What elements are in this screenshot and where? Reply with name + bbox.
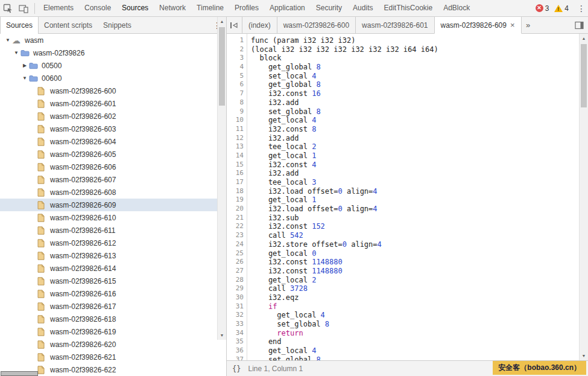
tree-item-wasm-02f39826-616[interactable]: wasm-02f39826-616: [0, 287, 226, 300]
code-line[interactable]: i32.load offset=0 align=4: [251, 205, 579, 214]
code-line[interactable]: get_local 1: [251, 196, 579, 205]
line-number[interactable]: 34: [227, 329, 244, 338]
tree-item-wasm-02f39826[interactable]: ▼wasm-02f39826: [0, 46, 226, 59]
code-line[interactable]: set_global 8: [251, 355, 579, 360]
tree-item-wasm-02f39826-604[interactable]: wasm-02f39826-604: [0, 135, 226, 148]
code-line[interactable]: get_local 4: [251, 346, 579, 355]
editor-tab-wasm-02f39826-609[interactable]: wasm-02f39826-609×: [434, 17, 522, 34]
code-line[interactable]: i32.load offset=0 align=4: [251, 187, 579, 196]
line-number[interactable]: 31: [227, 302, 244, 311]
tree-item-wasm-02f39826-601[interactable]: wasm-02f39826-601: [0, 97, 226, 110]
main-tab-application[interactable]: Application: [264, 0, 311, 16]
code-line[interactable]: set_local 4: [251, 72, 579, 81]
line-number[interactable]: 22: [227, 222, 244, 231]
code-line[interactable]: i32.const 1148880: [251, 267, 579, 276]
inspect-element-button[interactable]: [0, 0, 16, 16]
line-number[interactable]: 12: [227, 134, 244, 143]
line-number[interactable]: 5: [227, 72, 244, 81]
code-line[interactable]: return: [251, 329, 579, 338]
expand-arrow-icon[interactable]: ▶: [21, 63, 29, 68]
code-line[interactable]: get_local 0: [251, 249, 579, 258]
line-number[interactable]: 8: [227, 98, 244, 107]
code-line[interactable]: (local i32 i32 i32 i32 i32 i32 i32 i64 i…: [251, 45, 579, 54]
tree-item-wasm-02f39826-605[interactable]: wasm-02f39826-605: [0, 148, 226, 161]
line-number[interactable]: 35: [227, 337, 244, 346]
code-line[interactable]: i32.add: [251, 134, 579, 143]
tree-item-wasm-02f39826-603[interactable]: wasm-02f39826-603: [0, 123, 226, 135]
device-toolbar-button[interactable]: [16, 0, 31, 16]
tree-item-wasm-02f39826-613[interactable]: wasm-02f39826-613: [0, 249, 226, 262]
collapse-arrow-icon[interactable]: ▼: [4, 37, 12, 43]
editor-tab-wasm-02f39826-601[interactable]: wasm-02f39826-601: [356, 17, 434, 33]
navigator-tab-sources[interactable]: Sources: [0, 17, 39, 34]
line-number[interactable]: 9: [227, 107, 244, 116]
code-line[interactable]: set_global 8: [251, 320, 579, 329]
tree-item-wasm-02f39826-614[interactable]: wasm-02f39826-614: [0, 262, 226, 275]
code-line[interactable]: i32.sub: [251, 214, 579, 223]
close-icon[interactable]: ×: [510, 22, 515, 29]
line-number[interactable]: 10: [227, 116, 244, 125]
line-number[interactable]: 2: [227, 45, 244, 54]
collapse-arrow-icon[interactable]: ▼: [12, 50, 21, 56]
scrollbar-track[interactable]: [580, 43, 588, 351]
editor-tab-index[interactable]: (index): [242, 17, 277, 33]
code-line[interactable]: get_local 4: [251, 311, 579, 320]
main-tab-adblock[interactable]: AdBlock: [438, 0, 475, 16]
code-line[interactable]: get_local 2: [251, 276, 579, 285]
line-number[interactable]: 17: [227, 178, 244, 187]
tree-item-wasm-02f39826-606[interactable]: wasm-02f39826-606: [0, 161, 226, 173]
tree-item-wasm-02f39826-617[interactable]: wasm-02f39826-617: [0, 300, 226, 313]
main-tab-sources[interactable]: Sources: [116, 0, 154, 16]
code-line[interactable]: tee_local 3: [251, 178, 579, 187]
line-number[interactable]: 13: [227, 142, 244, 151]
code-line[interactable]: call 542: [251, 231, 579, 240]
code-line[interactable]: i32.const 4: [251, 161, 579, 170]
code-line[interactable]: i32.const 1148880: [251, 258, 579, 267]
line-number[interactable]: 32: [227, 311, 244, 320]
tree-item-wasm-02f39826-602[interactable]: wasm-02f39826-602: [0, 110, 226, 123]
sidebar-vertical-scrollbar[interactable]: ▲ ▼: [217, 17, 226, 340]
code-line[interactable]: i32.add: [251, 98, 579, 107]
line-number[interactable]: 7: [227, 89, 244, 98]
code-line[interactable]: block: [251, 54, 579, 63]
line-number[interactable]: 18: [227, 187, 244, 196]
line-number[interactable]: 28: [227, 276, 244, 285]
code-line[interactable]: tee_local 2: [251, 142, 579, 151]
tree-item-00500[interactable]: ▶00500: [0, 59, 226, 72]
navigator-tab-snippets[interactable]: Snippets: [98, 17, 137, 33]
code-content[interactable]: func (param i32 i32 i32)(local i32 i32 i…: [247, 34, 579, 360]
main-tab-audits[interactable]: Audits: [347, 0, 378, 16]
line-number[interactable]: 24: [227, 240, 244, 249]
line-number[interactable]: 29: [227, 284, 244, 293]
line-number[interactable]: 33: [227, 320, 244, 329]
code-line[interactable]: i32.const 16: [251, 89, 579, 98]
line-number[interactable]: 20: [227, 205, 244, 214]
code-line[interactable]: i32.const 8: [251, 125, 579, 134]
line-number[interactable]: 27: [227, 267, 244, 276]
line-number[interactable]: 14: [227, 151, 244, 161]
code-line[interactable]: end: [251, 337, 579, 346]
tree-item-wasm-02f39826-620[interactable]: wasm-02f39826-620: [0, 338, 226, 351]
code-line[interactable]: i32.store offset=0 align=4: [251, 240, 579, 249]
code-line[interactable]: set_global 8: [251, 107, 579, 116]
line-number[interactable]: 3: [227, 54, 244, 63]
line-number[interactable]: 26: [227, 258, 244, 267]
line-number[interactable]: 4: [227, 63, 244, 72]
editor-tab-wasm-02f39826-600[interactable]: wasm-02f39826-600: [277, 17, 356, 33]
line-number[interactable]: 37: [227, 355, 244, 360]
collapse-arrow-icon[interactable]: ▼: [21, 75, 29, 81]
pretty-print-button[interactable]: {}: [232, 365, 241, 373]
expand-panel-button[interactable]: [571, 17, 588, 33]
tree-item-00600[interactable]: ▼00600: [0, 72, 226, 84]
line-number[interactable]: 21: [227, 214, 244, 223]
code-line[interactable]: get_local 4: [251, 116, 579, 125]
code-line[interactable]: call 3728: [251, 284, 579, 293]
code-line[interactable]: get_local 1: [251, 151, 579, 161]
code-line[interactable]: get_global 8: [251, 80, 579, 89]
main-tab-console[interactable]: Console: [79, 0, 116, 16]
main-tab-timeline[interactable]: Timeline: [191, 0, 229, 16]
tree-item-wasm-02f39826-612[interactable]: wasm-02f39826-612: [0, 237, 226, 249]
main-tab-security[interactable]: Security: [311, 0, 347, 16]
navigator-tab-content-scripts[interactable]: Content scripts: [39, 17, 98, 33]
main-tab-profiles[interactable]: Profiles: [229, 0, 264, 16]
